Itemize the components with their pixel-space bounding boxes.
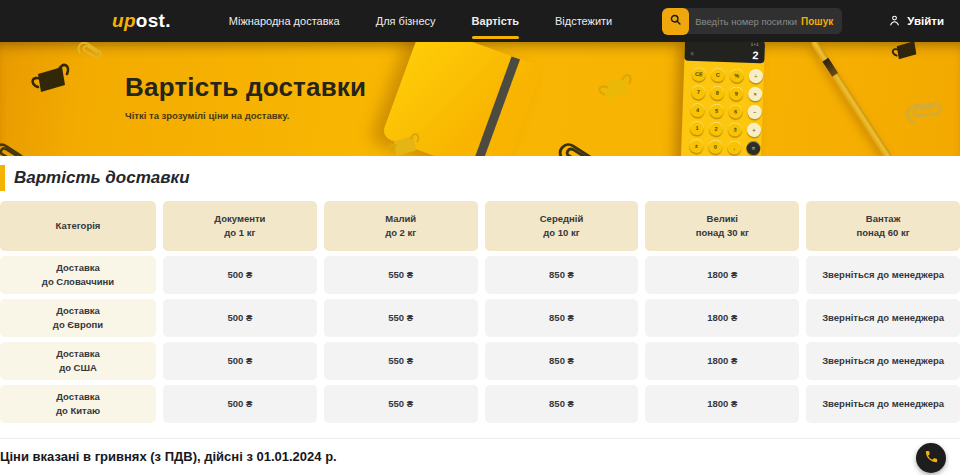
- calculator-history: 1+1: [750, 42, 759, 47]
- price-cell: 1800 ₴: [645, 256, 799, 294]
- nav-item-business[interactable]: Для бізнесу: [376, 0, 436, 42]
- parcel-number-input[interactable]: [695, 16, 801, 27]
- price-cell: 550 ₴: [324, 385, 478, 423]
- user-icon: [888, 14, 901, 29]
- pencil-image: [810, 42, 892, 156]
- pricing-section: Вартість доставки Категорія Документидо …: [0, 164, 960, 464]
- column-header-large: Великіпонад 30 кг: [645, 201, 799, 251]
- calc-key: 5: [709, 104, 723, 118]
- price-cell: 550 ₴: [324, 256, 478, 294]
- nav-item-pricing[interactable]: Вартість: [472, 0, 519, 42]
- login-label: Увійти: [907, 15, 944, 27]
- paperclip-icon: [552, 132, 604, 156]
- calc-key: 1: [690, 121, 704, 135]
- contact-manager-cell: Зверніться до менеджера: [806, 342, 960, 380]
- row-label-usa: Доставкадо США: [0, 342, 156, 380]
- calc-key: C: [711, 68, 725, 82]
- price-cell: 1800 ₴: [645, 342, 799, 380]
- hero-subtitle: Чіткі та зрозумілі ціни на доставку.: [125, 110, 366, 121]
- calc-key: 2: [709, 122, 723, 136]
- search-field: Пошук: [684, 8, 842, 34]
- nav-item-international[interactable]: Міжнародна доставка: [229, 0, 340, 42]
- calc-key: 7: [691, 85, 705, 99]
- price-cell: 850 ₴: [485, 342, 639, 380]
- notebook-band: [471, 56, 520, 156]
- calc-key: 9: [729, 86, 743, 100]
- section-accent-bar: [0, 165, 5, 191]
- price-cell: 1800 ₴: [645, 299, 799, 337]
- calc-key: 4: [690, 103, 704, 117]
- tracking-search: Пошук: [662, 8, 842, 35]
- brand-logo[interactable]: upost.: [112, 10, 171, 32]
- calc-key: 0: [708, 140, 722, 154]
- calculator-menu-icon: ≡: [690, 51, 694, 57]
- column-header-documents: Документидо 1 кг: [163, 201, 317, 251]
- calculator-image: 1+1 ≡ 2 CE C % ÷ 7 8 9 × 4 5 6 − 1 2 3 +…: [681, 42, 765, 156]
- row-label-europe: Доставкадо Європи: [0, 299, 156, 337]
- pricing-table: Категорія Документидо 1 кг Малийдо 2 кг …: [0, 201, 960, 423]
- binder-clip-icon: [24, 60, 72, 108]
- contact-manager-cell: Зверніться до менеджера: [806, 256, 960, 294]
- paperclip-icon: [0, 134, 30, 156]
- calculator-screen: 1+1 ≡ 2: [684, 42, 765, 63]
- calc-key: +: [747, 123, 761, 137]
- contact-manager-cell: Зверніться до менеджера: [806, 385, 960, 423]
- column-header-category: Категорія: [0, 201, 156, 251]
- paperclip-icon: [74, 42, 108, 66]
- phone-icon: [924, 449, 939, 468]
- calc-key: 6: [728, 104, 742, 118]
- search-submit-button[interactable]: Пошук: [801, 16, 833, 27]
- footer: Ціни вказані в гривнях (з ПДВ), дійсні з…: [0, 438, 960, 464]
- hero-banner: Вартість доставки Чіткі та зрозумілі цін…: [0, 42, 960, 156]
- top-navbar: upost. Міжнародна доставка Для бізнесу В…: [0, 0, 960, 42]
- calc-key: ,: [727, 140, 741, 154]
- calc-key: ±: [689, 139, 703, 153]
- price-cell: 550 ₴: [324, 299, 478, 337]
- price-cell: 500 ₴: [163, 256, 317, 294]
- hero-title: Вартість доставки: [125, 72, 366, 103]
- price-cell: 500 ₴: [163, 385, 317, 423]
- pricing-note: Ціни вказані в гривнях (з ПДВ), дійсні з…: [0, 449, 960, 464]
- price-cell: 500 ₴: [163, 342, 317, 380]
- calc-key: %: [730, 68, 744, 82]
- calc-key: CE: [692, 67, 706, 81]
- price-cell: 850 ₴: [485, 256, 639, 294]
- binder-clip-icon: [382, 130, 422, 156]
- nav-item-track[interactable]: Відстежити: [555, 0, 612, 42]
- main-nav: Міжнародна доставка Для бізнесу Вартість…: [229, 0, 612, 42]
- calc-key: 8: [710, 86, 724, 100]
- column-header-medium: Середнійдо 10 кг: [485, 201, 639, 251]
- price-cell: 500 ₴: [163, 299, 317, 337]
- calc-key: −: [747, 105, 761, 119]
- search-icon-button[interactable]: [662, 8, 689, 35]
- section-heading: Вартість доставки: [0, 164, 960, 192]
- section-title: Вартість доставки: [14, 168, 190, 188]
- price-cell: 850 ₴: [485, 385, 639, 423]
- calc-key: 3: [728, 122, 742, 136]
- price-cell: 850 ₴: [485, 299, 639, 337]
- calc-key: ×: [748, 87, 762, 101]
- calc-key: =: [746, 141, 760, 155]
- column-header-small: Малийдо 2 кг: [324, 201, 478, 251]
- phone-fab-button[interactable]: [916, 443, 946, 473]
- logo-accent: up: [112, 10, 136, 31]
- logo-rest: ost.: [136, 10, 171, 31]
- calc-key: ÷: [749, 69, 763, 83]
- login-button[interactable]: Увійти: [888, 14, 944, 29]
- calculator-result: 2: [752, 49, 759, 61]
- hero-text: Вартість доставки Чіткі та зрозумілі цін…: [125, 72, 366, 121]
- price-cell: 1800 ₴: [645, 385, 799, 423]
- binder-clip-icon: [884, 42, 924, 72]
- price-cell: 550 ₴: [324, 342, 478, 380]
- binder-clip-icon: [592, 70, 634, 114]
- column-header-freight: Вантажпонад 60 кг: [806, 201, 960, 251]
- row-label-slovakia: Доставкадо Словаччини: [0, 256, 156, 294]
- calculator-keypad: CE C % ÷ 7 8 9 × 4 5 6 − 1 2 3 + ± 0 , =: [681, 61, 764, 156]
- paperclip-icon: [892, 77, 957, 141]
- row-label-china: Доставкадо Китаю: [0, 385, 156, 423]
- contact-manager-cell: Зверніться до менеджера: [806, 299, 960, 337]
- search-icon: [669, 12, 682, 30]
